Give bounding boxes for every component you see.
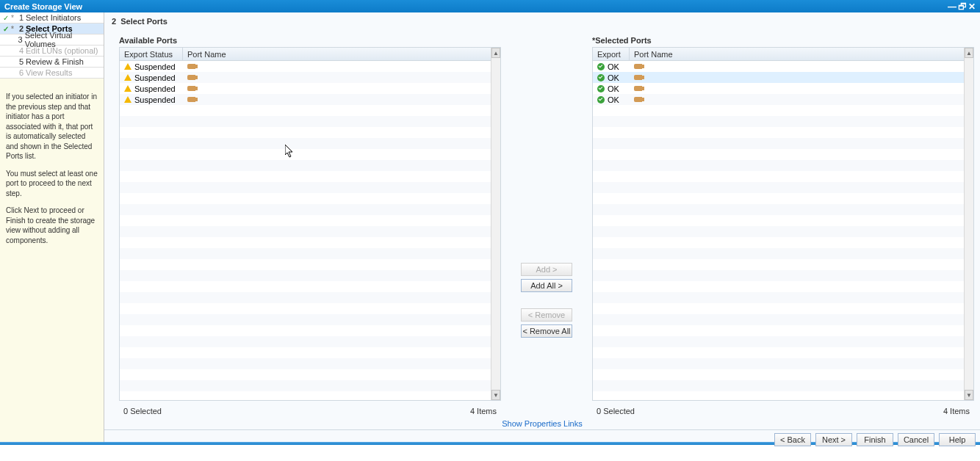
table-row (120, 303, 500, 314)
table-row (593, 303, 973, 314)
table-row (120, 270, 500, 281)
table-row (593, 358, 973, 369)
table-row (593, 182, 973, 193)
table-row (120, 336, 500, 347)
table-row (593, 270, 973, 281)
table-row (593, 127, 973, 138)
table-row[interactable]: Suspended (120, 83, 500, 94)
available-ports-panel: Available Ports Export Status Port Name … (119, 36, 501, 417)
table-row (593, 259, 973, 270)
table-row (120, 380, 500, 391)
minimize-icon[interactable]: — (948, 3, 956, 10)
table-row (120, 171, 500, 182)
ok-icon (597, 96, 605, 104)
step-select-initiators[interactable]: ✓ * 1 Select Initiators (0, 12, 104, 23)
help-button[interactable]: Help (939, 433, 976, 446)
step-review-finish[interactable]: 5 Review & Finish (0, 57, 104, 68)
col-export-status[interactable]: Export Status (120, 48, 183, 60)
warning-icon (124, 84, 131, 93)
table-row (120, 259, 500, 270)
step-select-vv[interactable]: 3 Select Virtual Volumes (0, 35, 104, 46)
remove-all-button[interactable]: < Remove All (521, 324, 572, 338)
table-row (593, 314, 973, 325)
col-port-name[interactable]: Port Name (630, 48, 973, 60)
table-row (593, 105, 973, 116)
scroll-down-icon[interactable]: ▼ (491, 390, 500, 400)
scroll-up-icon[interactable]: ▲ (965, 48, 973, 58)
table-row (593, 325, 973, 336)
table-row (593, 380, 973, 391)
step-edit-luns: 4 Edit LUNs (optional) (0, 46, 104, 57)
table-row (120, 281, 500, 292)
restore-icon[interactable]: 🗗 (958, 3, 967, 10)
table-row[interactable]: Suspended (120, 72, 500, 83)
table-row (120, 182, 500, 193)
add-button: Add > (521, 263, 572, 276)
show-properties-link[interactable]: Show Properties Links (104, 417, 980, 429)
table-row (120, 314, 500, 325)
finish-button[interactable]: Finish (857, 433, 893, 446)
table-row[interactable]: OK (593, 72, 973, 83)
col-port-name[interactable]: Port Name (183, 48, 500, 60)
asterisk-icon: * (11, 14, 15, 22)
available-table[interactable]: Export Status Port Name SuspendedSuspend… (119, 47, 501, 401)
table-row (593, 369, 973, 380)
next-button[interactable]: Next > (815, 433, 852, 446)
table-row (593, 237, 973, 248)
cancel-button[interactable]: Cancel (898, 433, 934, 446)
table-row (120, 138, 500, 149)
check-icon: ✓ (3, 25, 9, 33)
table-row (120, 358, 500, 369)
selected-table-head: Export Port Name (593, 48, 973, 61)
table-row (120, 149, 500, 160)
available-selected-count: 0 Selected (123, 407, 162, 415)
port-icon (187, 97, 195, 102)
selected-rows[interactable]: OKOKOKOK (593, 61, 973, 400)
check-icon: ✓ (3, 14, 9, 22)
port-icon (634, 97, 642, 102)
table-row (120, 127, 500, 138)
step-view-results: 6 View Results (0, 68, 104, 79)
table-row[interactable]: Suspended (120, 61, 500, 72)
close-icon[interactable]: ✕ (968, 3, 976, 10)
selected-table[interactable]: Export Port Name OKOKOKOK ▲ ▼ (592, 47, 974, 401)
table-row (593, 226, 973, 237)
title-bar: Create Storage View — 🗗 ✕ (0, 0, 980, 12)
table-row[interactable]: OK (593, 61, 973, 72)
table-row (593, 204, 973, 215)
table-row (120, 215, 500, 226)
selected-title: *Selected Ports (592, 36, 974, 47)
wizard-footer: < Back Next > Finish Cancel Help (104, 429, 980, 449)
table-row (120, 325, 500, 336)
table-row (120, 204, 500, 215)
selected-selected-count: 0 Selected (597, 407, 635, 415)
back-button[interactable]: < Back (774, 433, 811, 446)
table-row (120, 116, 500, 127)
warning-icon (124, 95, 131, 104)
table-row[interactable]: OK (593, 94, 973, 105)
ok-icon (597, 85, 605, 92)
scrollbar[interactable]: ▲ ▼ (491, 48, 500, 400)
table-row (120, 391, 500, 400)
available-item-count: 4 Items (470, 407, 497, 415)
ok-icon (597, 74, 605, 81)
table-row (593, 193, 973, 204)
remove-button: < Remove (521, 308, 572, 322)
warning-icon (124, 62, 131, 71)
scroll-up-icon[interactable]: ▲ (491, 48, 500, 58)
available-rows[interactable]: SuspendedSuspendedSuspendedSuspended (120, 61, 500, 400)
selected-ports-panel: *Selected Ports Export Port Name OKOKOKO… (592, 36, 974, 417)
port-icon (634, 86, 642, 91)
table-row (120, 160, 500, 171)
available-title: Available Ports (119, 36, 501, 47)
table-row (593, 116, 973, 127)
col-export[interactable]: Export (593, 48, 630, 60)
table-row[interactable]: Suspended (120, 94, 500, 105)
table-row (593, 149, 973, 160)
scrollbar[interactable]: ▲ ▼ (964, 48, 973, 400)
port-icon (187, 86, 195, 91)
window-title: Create Storage View (4, 2, 82, 11)
table-row[interactable]: OK (593, 83, 973, 94)
add-all-button[interactable]: Add All > (521, 279, 572, 292)
scroll-down-icon[interactable]: ▼ (965, 390, 973, 400)
